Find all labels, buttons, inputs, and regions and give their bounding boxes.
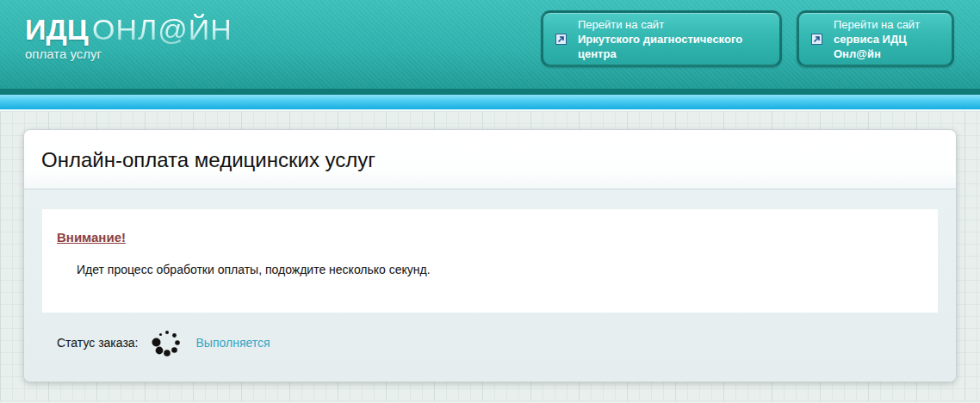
button-line2: Иркутского диагностического центра [578,32,767,61]
card-content: Внимание! Идет процесс обработки оплаты,… [24,189,956,381]
page-background: Онлайн-оплата медицинских услуг Внимание… [0,111,980,401]
goto-idc-online-service-button[interactable]: Перейти на сайт сервиса ИДЦ Онл@йн [797,10,954,67]
order-status-row: Статус заказа: Выполняется [42,326,938,360]
status-value: Выполняется [196,336,270,350]
header: ИДЦ ОНЛ@ЙН оплата услуг Перейти на сайт … [0,0,980,89]
external-link-icon [811,34,822,45]
logo-tagline: оплата услуг [25,47,233,60]
button-line1: Перейти на сайт [578,17,767,32]
notice-heading: Внимание! [57,230,923,245]
logo: ИДЦ ОНЛ@ЙН оплата услуг [25,15,233,60]
logo-brand-light: ОНЛ@ЙН [92,13,233,46]
page-title: Онлайн-оплата медицинских услуг [41,148,939,172]
header-buttons: Перейти на сайт Иркутского диагностическ… [541,10,954,67]
button-line2: сервиса ИДЦ Онл@йн [834,32,940,61]
status-label: Статус заказа: [57,336,139,350]
button-text: Перейти на сайт сервиса ИДЦ Онл@йн [834,17,940,61]
external-link-icon [555,34,567,45]
button-text: Перейти на сайт Иркутского диагностическ… [578,17,767,61]
notice-message: Идет процесс обработки оплаты, подождите… [77,263,923,276]
goto-diagnostic-center-site-button[interactable]: Перейти на сайт Иркутского диагностическ… [541,10,782,67]
header-cyan-strip [0,95,980,111]
logo-title: ИДЦ ОНЛ@ЙН [25,15,233,44]
logo-brand-bold: ИДЦ [25,13,89,46]
notice-box: Внимание! Идет процесс обработки оплаты,… [42,209,938,313]
header-divider-dark [0,89,980,95]
card-title-area: Онлайн-оплата медицинских услуг [24,130,956,189]
button-line1: Перейти на сайт [834,17,940,32]
loading-spinner-icon [150,326,184,360]
payment-card: Онлайн-оплата медицинских услуг Внимание… [23,129,957,382]
